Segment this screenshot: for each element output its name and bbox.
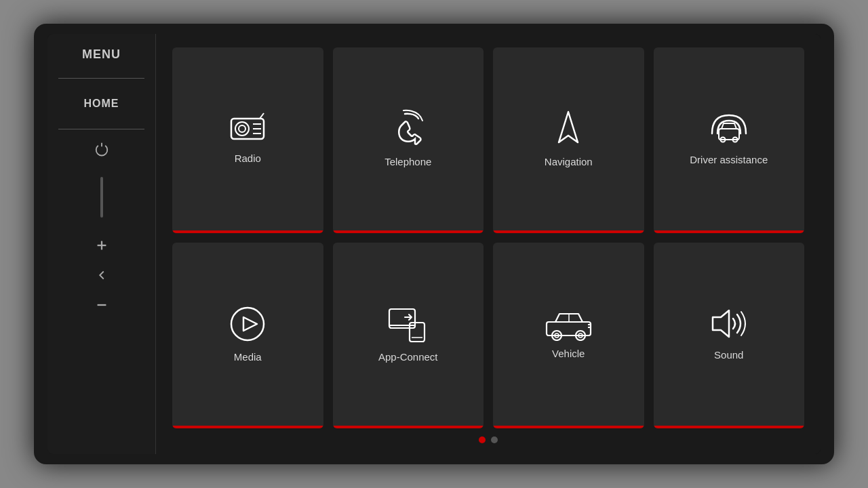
svg-marker-28 (713, 310, 729, 337)
tile-vehicle[interactable]: Vehicle (493, 243, 644, 428)
main-content: Radio Telephone (156, 34, 821, 454)
driver-assistance-icon (705, 110, 753, 147)
dot-2[interactable] (491, 436, 498, 443)
sidebar-divider-top (58, 78, 144, 79)
menu-grid: Radio Telephone (172, 47, 804, 428)
radio-icon (226, 112, 269, 146)
svg-marker-15 (243, 317, 257, 331)
navigation-icon (549, 108, 587, 149)
device-frame: MENU HOME (34, 24, 834, 464)
telephone-icon (391, 108, 425, 149)
tile-sound[interactable]: Sound (654, 243, 805, 428)
sidebar-divider-mid (58, 129, 144, 129)
volume-down-icon[interactable] (94, 298, 109, 312)
navigation-label: Navigation (545, 156, 593, 167)
sidebar-icons (94, 142, 109, 312)
sound-label: Sound (714, 349, 743, 361)
svg-point-5 (239, 125, 245, 132)
pagination-dots (172, 436, 804, 443)
vehicle-label: Vehicle (552, 348, 585, 359)
back-icon[interactable] (94, 268, 109, 283)
telephone-label: Telephone (384, 156, 431, 167)
radio-label: Radio (235, 152, 261, 164)
tile-app-connect[interactable]: App-Connect (333, 243, 484, 428)
infotainment-screen: MENU HOME (47, 34, 821, 454)
menu-label: MENU (82, 47, 121, 62)
svg-marker-10 (559, 112, 578, 142)
volume-up-icon[interactable] (94, 238, 109, 253)
app-connect-label: App-Connect (378, 351, 438, 363)
svg-line-9 (260, 113, 264, 119)
svg-point-4 (235, 122, 249, 136)
tile-radio[interactable]: Radio (172, 47, 323, 233)
tile-driver-assistance[interactable]: Driver assistance (654, 47, 805, 233)
tile-media[interactable]: Media (172, 243, 323, 428)
home-label[interactable]: HOME (84, 98, 119, 110)
sound-icon (706, 305, 752, 342)
vehicle-icon (543, 307, 594, 341)
svg-point-14 (231, 308, 264, 340)
media-label: Media (234, 351, 262, 363)
tile-telephone[interactable]: Telephone (333, 47, 484, 233)
volume-bar (100, 177, 103, 218)
app-connect-icon (386, 304, 430, 344)
tile-navigation[interactable]: Navigation (493, 47, 644, 233)
sidebar: MENU HOME (47, 34, 156, 454)
power-icon[interactable] (94, 142, 109, 157)
dot-1[interactable] (479, 436, 486, 443)
driver-assistance-label: Driver assistance (690, 154, 768, 165)
media-icon (227, 304, 268, 344)
